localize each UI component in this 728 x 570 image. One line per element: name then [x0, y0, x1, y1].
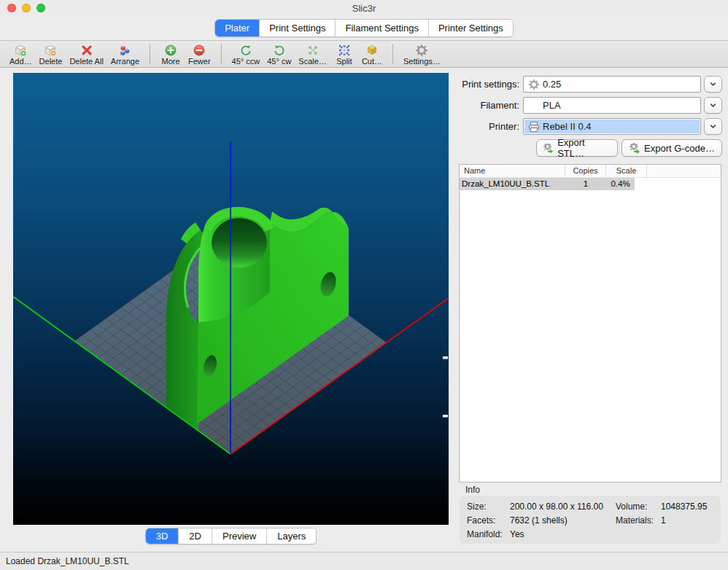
print-settings-dropdown-button[interactable] [704, 76, 722, 93]
object-name: Drzak_LM10UU_B.STL [460, 178, 565, 190]
tab-3d[interactable]: 3D [146, 528, 179, 544]
size-value: 200.00 x 98.00 x 116.00 [510, 501, 603, 512]
red-x-icon [80, 44, 93, 57]
more-button[interactable]: More [157, 41, 185, 67]
info-box: Size: 200.00 x 98.00 x 116.00 Volume: 10… [460, 496, 721, 544]
edge-mark-bottom [443, 415, 448, 418]
materials-label: Materials: [616, 515, 654, 526]
split-dots-icon [338, 44, 351, 57]
status-bar: Loaded Drzak_LM10UU_B.STL [0, 552, 728, 570]
tab-2d[interactable]: 2D [178, 528, 212, 544]
titlebar: Slic3r [0, 0, 728, 17]
filament-label: Filament: [452, 97, 519, 114]
gear-icon [528, 79, 540, 90]
cut-button[interactable]: Cut… [358, 41, 386, 67]
edge-mark-top [443, 356, 448, 359]
export-stl-button[interactable]: Export STL… [536, 139, 618, 157]
volume-label: Volume: [616, 501, 647, 512]
status-text: Loaded Drzak_LM10UU_B.STL [6, 556, 129, 566]
delete-all-button[interactable]: Delete All [66, 41, 107, 67]
tab-preview[interactable]: Preview [212, 528, 266, 544]
object-list: Name Copies Scale Drzak_LM10UU_B.STL 1 0… [459, 164, 721, 483]
view-mode-bar: 3D 2D Preview Layers [13, 528, 449, 544]
object-list-header: Name Copies Scale [460, 165, 721, 178]
tab-layers[interactable]: Layers [266, 528, 316, 544]
facets-value: 7632 (1 shells) [510, 515, 568, 526]
manifold-value: Yes [510, 529, 524, 539]
delete-button[interactable]: Delete [36, 41, 66, 67]
print-settings-combo[interactable]: 0.25 [523, 76, 701, 93]
column-header-name[interactable]: Name [460, 165, 565, 177]
export-gcode-button[interactable]: Export G-code… [621, 139, 722, 157]
fewer-button[interactable]: Fewer [185, 41, 214, 67]
printer-value: Rebel II 0.4 [543, 121, 592, 132]
rotate-ccw-button[interactable]: 45° ccw [228, 41, 264, 67]
arrange-cubes-icon [118, 44, 131, 57]
chevron-down-icon [708, 101, 718, 110]
window-title: Slic3r [0, 3, 728, 14]
minus-circle-icon [193, 44, 206, 57]
gear-icon [415, 44, 428, 57]
rotate-cw-button[interactable]: 45° cw [263, 41, 295, 67]
info-title: Info [465, 485, 480, 495]
filament-dropdown-button[interactable] [704, 97, 722, 114]
viewport-3d[interactable] [13, 73, 449, 525]
object-scale: 0.4% [606, 178, 635, 190]
filament-value: PLA [543, 100, 561, 111]
scale-button[interactable]: Scale… [295, 41, 330, 67]
toolbar-separator [392, 44, 393, 64]
toolbar-separator [221, 44, 222, 64]
print-settings-label: Print settings: [452, 76, 519, 93]
add-box-icon [14, 44, 27, 57]
main-tab-bar: Plater Print Settings Filament Settings … [0, 19, 728, 37]
toolbar-separator [150, 44, 150, 64]
size-label: Size: [467, 501, 487, 512]
model-bore [212, 218, 267, 268]
split-button[interactable]: Split [330, 41, 358, 67]
add-button[interactable]: Add… [6, 41, 36, 67]
print-settings-value: 0.25 [543, 79, 561, 90]
rotate-ccw-icon [239, 44, 252, 57]
toolbar: Add… Delete Delete All Arrange [0, 40, 728, 68]
tab-printer-settings[interactable]: Printer Settings [428, 20, 513, 36]
column-header-scale[interactable]: Scale [606, 165, 647, 177]
export-gear-icon [543, 142, 554, 154]
manifold-label: Manifold: [467, 529, 503, 539]
arrange-button[interactable]: Arrange [107, 41, 143, 67]
settings-button[interactable]: Settings… [400, 41, 444, 67]
column-header-copies[interactable]: Copies [565, 165, 606, 177]
side-panel: Print settings: 0.25 Filament: PLA Print… [452, 73, 728, 547]
delete-box-icon [44, 44, 57, 57]
object-copies: 1 [565, 178, 606, 190]
cut-cube-icon [365, 44, 379, 57]
tab-print-settings[interactable]: Print Settings [259, 20, 335, 36]
printer-icon [528, 121, 540, 133]
facets-label: Facets: [467, 515, 495, 526]
scale-arrows-icon [306, 44, 320, 57]
tab-plater[interactable]: Plater [215, 20, 259, 36]
filament-combo[interactable]: PLA [523, 97, 701, 114]
volume-value: 1048375.95 [661, 501, 707, 512]
object-row[interactable]: Drzak_LM10UU_B.STL 1 0.4% [460, 178, 635, 190]
tab-filament-settings[interactable]: Filament Settings [335, 20, 427, 36]
printer-label: Printer: [452, 118, 519, 136]
printer-combo[interactable]: Rebel II 0.4 [523, 118, 701, 135]
export-gear-icon [629, 142, 640, 154]
rotate-cw-icon [273, 44, 286, 57]
plus-circle-icon [164, 44, 177, 57]
printer-dropdown-button[interactable] [704, 118, 722, 135]
chevron-down-icon [708, 79, 718, 89]
materials-value: 1 [661, 515, 666, 526]
chevron-down-icon [708, 122, 718, 131]
